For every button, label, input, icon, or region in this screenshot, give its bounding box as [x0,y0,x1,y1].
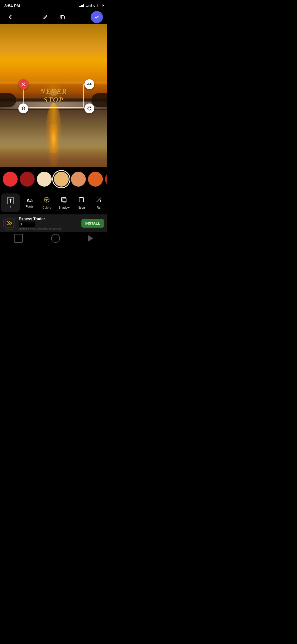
bar5 [83,4,84,7]
close-handle[interactable] [18,79,28,89]
color-swatch-orange[interactable] [88,172,103,187]
back-button[interactable] [4,11,16,23]
ad-install-button[interactable]: INSTALL [81,219,104,228]
status-bar: 3:54 PM ∿ [0,0,107,10]
bottom-nav [0,232,107,245]
bar4 [82,5,83,7]
ad-content: Exness Trader Trading is risky. Offered … [19,217,79,230]
sky-layer [0,24,107,84]
edit-button[interactable] [39,11,51,23]
svg-rect-8 [79,198,84,202]
ad-input[interactable] [19,222,35,227]
resize-icon [95,197,102,205]
ad-logo-inner [5,218,15,228]
color-swatch-gold[interactable] [54,172,69,187]
colors-label: Colors [42,206,51,209]
wifi-icon: ∿ [93,4,96,8]
nav-square-icon [14,234,23,243]
fonts-icon: Aa [26,198,33,204]
right-land [91,93,108,107]
nav-square-button[interactable] [14,234,23,243]
color-swatch-salmon[interactable] [71,172,86,187]
battery-fill [97,4,98,7]
status-icons: ∿ [79,4,103,8]
toolbar-resize[interactable]: Re [90,194,107,211]
resize-label: Re [97,206,101,209]
toolbar-neon[interactable]: Neon [73,194,90,211]
nav-back-button[interactable] [88,235,93,241]
svg-point-5 [46,199,48,201]
battery-icon [97,4,103,7]
bar3 [81,5,82,7]
nav-circle-icon [51,234,60,243]
ad-title: Exness Trader [19,217,79,221]
bar4b [90,5,90,7]
svg-rect-0 [61,16,64,19]
colors-icon [43,197,50,205]
color-swatch-red[interactable] [3,172,18,187]
bottom-toolbar: T ‹ Aa Fonts Colors Shadow [0,191,107,214]
shadow-label: Shadow [59,206,70,209]
status-time: 3:54 PM [4,3,20,8]
svg-rect-6 [62,197,66,202]
ad-disclaimer: Trading is risky. Offered by Exness.com [19,227,79,230]
ad-logo [3,217,16,230]
shadow-icon [61,197,67,205]
signal-bars-2 [86,4,92,7]
confirm-button[interactable] [91,11,103,23]
fonts-label: Fonts [26,205,34,208]
bar1b [86,6,87,7]
ad-banner: Exness Trader Trading is risky. Offered … [0,214,107,232]
bar2b [87,6,88,7]
neon-label: Neon [78,206,85,209]
color-swatch-peach[interactable] [37,172,52,187]
bar1 [79,6,80,7]
flip-handle[interactable] [84,79,94,89]
nav-center-buttons [39,11,68,23]
reflection-streak [50,124,58,153]
text-tool-button[interactable]: T ‹ [1,193,20,212]
overlay-text: NEVER STOP [40,88,67,104]
bar2 [80,6,81,7]
text-tool-back-arrow: ‹ [10,205,11,209]
top-nav [0,10,107,24]
nav-home-button[interactable] [51,234,60,243]
toolbar-colors[interactable]: Colors [38,194,56,211]
nav-back-icon [88,235,93,241]
layer-handle[interactable] [18,103,28,113]
ad-input-row [19,222,79,227]
left-land [0,93,16,107]
signal-bars-1 [79,4,84,7]
rotate-handle[interactable] [84,103,94,113]
color-picker-row [0,167,107,191]
color-swatch-dark-red[interactable] [20,172,35,187]
color-swatch-deep-red[interactable] [105,172,107,187]
toolbar-shadow[interactable]: Shadow [56,194,73,211]
duplicate-button[interactable] [56,11,68,23]
bar3b [89,5,89,7]
bar5b [91,4,92,7]
toolbar-fonts[interactable]: Aa Fonts [21,196,38,210]
neon-icon [78,197,85,205]
text-tool-icon: T [7,197,14,204]
text-overlay-box[interactable]: NEVER STOP [23,84,84,108]
image-canvas: NEVER STOP [0,24,107,167]
